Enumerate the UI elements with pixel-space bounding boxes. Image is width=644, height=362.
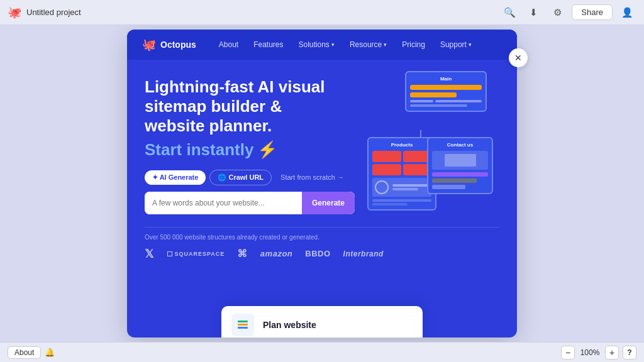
nav-features[interactable]: Features (253, 40, 283, 49)
help-button[interactable]: ? (623, 346, 636, 359)
bottom-right: − 100% + ? (561, 346, 636, 359)
top-bar-right: 🔍 ⬇ ⚙ Share 👤 (500, 3, 636, 22)
interbrand-logo: Interbrand (343, 250, 384, 258)
hero-subtitle: Start instantly ⚡ (145, 140, 355, 160)
svg-rect-5 (238, 321, 248, 322)
sitemap-contact-card: Contact us (427, 137, 493, 194)
website-description-input[interactable] (145, 192, 302, 214)
plan-icon (236, 319, 249, 331)
svg-rect-6 (238, 324, 248, 326)
main-card-title: Main (410, 76, 482, 82)
squarespace-logo: SQUARESPACE (167, 251, 225, 257)
search-button[interactable]: 🔍 (500, 3, 519, 22)
start-from-scratch-tab[interactable]: Start from scratch → (275, 170, 349, 184)
canvas: 🐙 Octopus About Features Solutions▾ Reso… (0, 25, 644, 342)
zoom-in-button[interactable]: + (605, 346, 619, 359)
figma-logo: ⌘ (237, 248, 248, 260)
nav-resource[interactable]: Resource▾ (350, 40, 387, 49)
bottom-snippet: Plan website (221, 306, 423, 337)
bottom-bar: About 🔔 − 100% + ? (0, 342, 644, 362)
input-tabs: ✦ AI Generate 🌐 Crawl URL Start from scr… (145, 170, 355, 185)
crawl-url-tab[interactable]: 🌐 Crawl URL (209, 170, 272, 185)
site-logo: 🐙 Octopus (142, 38, 196, 52)
snippet-title: Plan website (263, 320, 316, 330)
ai-generate-tab[interactable]: ✦ AI Generate (145, 170, 206, 185)
contact-card-title: Contact us (432, 142, 488, 148)
products-card-title: Products (372, 142, 431, 148)
card-close-button[interactable]: ✕ (509, 48, 528, 67)
settings-button[interactable]: ⚙ (548, 3, 567, 22)
sitemap-diagram: Main Products (367, 71, 499, 227)
site-nav: 🐙 Octopus About Features Solutions▾ Reso… (127, 30, 517, 60)
sitemap-products-card: Products (367, 137, 436, 211)
bottom-left: About 🔔 (8, 346, 55, 359)
share-button[interactable]: Share (572, 4, 613, 20)
snippet-icon (231, 314, 254, 336)
user-button[interactable]: 👤 (618, 3, 636, 22)
logos-description: Over 500 000 website structures already … (145, 234, 499, 241)
top-bar: 🐙 Untitled project 🔍 ⬇ ⚙ Share 👤 (0, 0, 644, 25)
search-bar: Generate (145, 192, 355, 214)
top-bar-left: 🐙 Untitled project (8, 6, 81, 19)
sitemap-main-card: Main (405, 71, 487, 112)
octopus-icon: 🐙 (142, 38, 156, 52)
twitter-logo: 𝕏 (145, 247, 155, 261)
nav-pricing[interactable]: Pricing (402, 40, 425, 49)
svg-rect-7 (238, 327, 248, 329)
bbdo-logo: BBDO (305, 249, 330, 258)
nav-solutions[interactable]: Solutions▾ (299, 40, 335, 49)
browser-card: 🐙 Octopus About Features Solutions▾ Reso… (127, 30, 517, 337)
nav-support[interactable]: Support▾ (440, 40, 472, 49)
generate-button[interactable]: Generate (302, 192, 355, 214)
download-button[interactable]: ⬇ (524, 3, 543, 22)
about-button[interactable]: About (8, 346, 41, 359)
zoom-out-button[interactable]: − (561, 346, 575, 359)
notification-icon[interactable]: 🔔 (45, 348, 55, 357)
project-title: Untitled project (26, 8, 81, 17)
logos-section: Over 500 000 website structures already … (127, 227, 517, 261)
site-logo-name: Octopus (160, 40, 196, 50)
zoom-value: 100% (579, 348, 601, 357)
amazon-logo: amazon (260, 249, 292, 258)
hero-section: Lightning-fast AI visual sitemap builder… (127, 60, 517, 227)
lightning-icon: ⚡ (257, 140, 277, 160)
app-logo-icon: 🐙 (8, 6, 21, 19)
hero-text: Lightning-fast AI visual sitemap builder… (145, 77, 355, 227)
nav-about[interactable]: About (219, 40, 238, 49)
hero-title: Lightning-fast AI visual sitemap builder… (145, 77, 355, 136)
logos-row: 𝕏 SQUARESPACE ⌘ amazon BBDO Interbrand (145, 247, 499, 261)
